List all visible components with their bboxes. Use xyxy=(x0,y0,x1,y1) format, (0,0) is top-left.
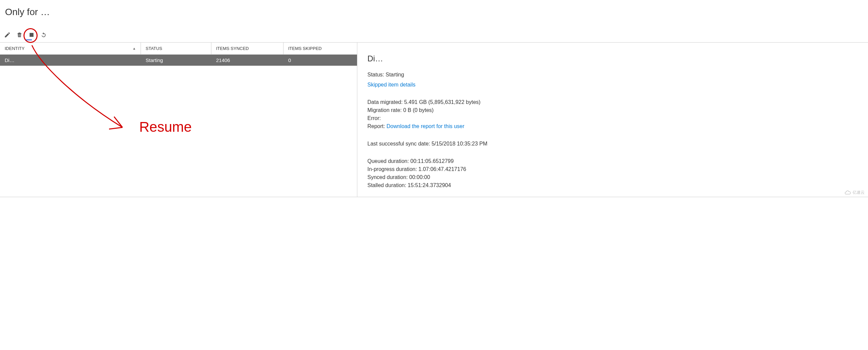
cell-items-synced: 21406 xyxy=(211,55,283,66)
value: 1.07:06:47.4217176 xyxy=(418,166,466,172)
table-header: IDENTITY ▲ STATUS ITEMS SYNCED ITEMS SKI… xyxy=(0,43,357,55)
label: Migration rate: xyxy=(367,107,403,113)
sort-ascending-icon: ▲ xyxy=(132,46,136,50)
stop-button[interactable] xyxy=(28,31,36,39)
value: 00:00:00 xyxy=(409,174,430,180)
label: In-progress duration: xyxy=(367,166,418,172)
value: 00:11:05.6512799 xyxy=(410,158,454,164)
value: 15:51:24.3732904 xyxy=(408,182,451,188)
watermark-text: 亿速云 xyxy=(852,190,865,196)
column-header-label: ITEMS SKIPPED xyxy=(288,46,322,51)
detail-title: Di… xyxy=(367,53,858,65)
column-header-label: IDENTITY xyxy=(5,46,25,51)
column-header-label: STATUS xyxy=(146,46,162,51)
label: Synced duration: xyxy=(367,174,409,180)
stop-icon xyxy=(28,32,35,38)
value: 5.491 GB (5,895,631,922 bytes) xyxy=(404,99,480,105)
download-report-link[interactable]: Download the report for this user xyxy=(386,124,464,129)
detail-migration-rate: Migration rate: 0 B (0 bytes) xyxy=(367,106,858,114)
detail-status-value: Starting xyxy=(385,72,404,77)
detail-data-migrated: Data migrated: 5.491 GB (5,895,631,922 b… xyxy=(367,98,858,106)
column-header-items-skipped[interactable]: ITEMS SKIPPED xyxy=(283,43,357,54)
refresh-icon xyxy=(40,32,47,38)
column-header-items-synced[interactable]: ITEMS SYNCED xyxy=(211,43,283,54)
detail-synced-duration: Synced duration: 00:00:00 xyxy=(367,173,858,181)
edit-button[interactable] xyxy=(3,31,11,39)
label: Last successful sync date: xyxy=(367,141,432,146)
detail-status: Status: Starting xyxy=(367,71,858,79)
detail-report: Report: Download the report for this use… xyxy=(367,123,858,131)
label: Report: xyxy=(367,124,386,129)
column-header-identity[interactable]: IDENTITY ▲ xyxy=(0,43,141,54)
page-title: Only for … xyxy=(0,0,868,31)
watermark: 亿速云 xyxy=(844,190,865,196)
label: Data migrated: xyxy=(367,99,404,105)
detail-queued-duration: Queued duration: 00:11:05.6512799 xyxy=(367,157,858,165)
skipped-item-details-link[interactable]: Skipped item details xyxy=(367,82,415,88)
detail-error: Error: xyxy=(367,114,858,123)
cloud-icon xyxy=(844,190,851,195)
svg-rect-0 xyxy=(30,33,34,37)
pencil-icon xyxy=(4,32,11,38)
label: Queued duration: xyxy=(367,158,410,164)
table-area: IDENTITY ▲ STATUS ITEMS SYNCED ITEMS SKI… xyxy=(0,43,357,197)
column-header-status[interactable]: STATUS xyxy=(141,43,211,54)
label: Stalled duration: xyxy=(367,182,408,188)
detail-stalled-duration: Stalled duration: 15:51:24.3732904 xyxy=(367,181,858,189)
detail-status-label: Status: xyxy=(367,72,385,77)
annotation-underline xyxy=(26,40,32,40)
table-row[interactable]: Di… Starting 21406 0 xyxy=(0,55,357,66)
trash-icon xyxy=(16,32,23,38)
value: 5/15/2018 10:35:23 PM xyxy=(432,141,487,146)
label: Error: xyxy=(367,115,381,121)
column-header-label: ITEMS SYNCED xyxy=(216,46,249,51)
value: 0 B (0 bytes) xyxy=(403,107,434,113)
delete-button[interactable] xyxy=(16,31,24,39)
detail-last-sync: Last successful sync date: 5/15/2018 10:… xyxy=(367,140,858,148)
cell-identity: Di… xyxy=(0,55,141,66)
refresh-button[interactable] xyxy=(39,31,48,39)
cell-status: Starting xyxy=(141,55,211,66)
cell-items-skipped: 0 xyxy=(283,55,357,66)
detail-inprogress-duration: In-progress duration: 1.07:06:47.4217176 xyxy=(367,165,858,173)
toolbar xyxy=(0,31,868,42)
detail-panel: Di… Status: Starting Skipped item detail… xyxy=(357,43,868,197)
content-wrap: IDENTITY ▲ STATUS ITEMS SYNCED ITEMS SKI… xyxy=(0,42,868,197)
